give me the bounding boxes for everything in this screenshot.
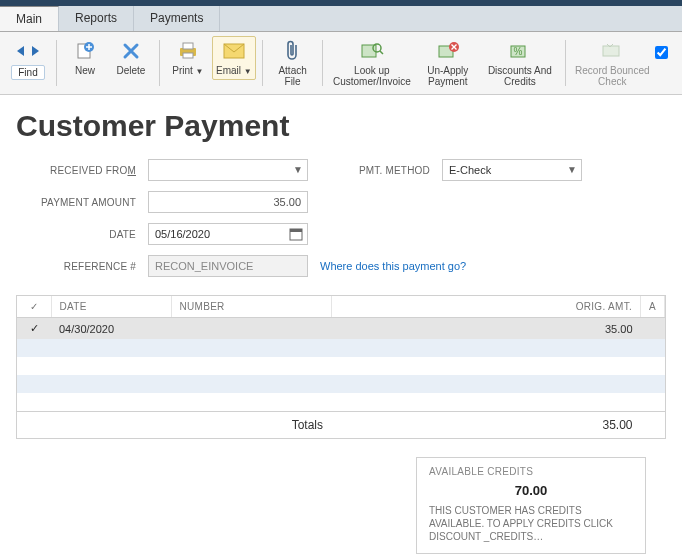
toolbar-divider: [159, 40, 160, 86]
col-a[interactable]: A: [641, 296, 665, 318]
nav-arrows-icon: [15, 45, 41, 57]
invoice-table: ✓ DATE NUMBER ORIG. AMT. A ✓ 04/30/2020 …: [16, 295, 666, 439]
unapply-payment-button[interactable]: Un-Apply Payment: [416, 36, 479, 90]
email-button[interactable]: Email ▼: [212, 36, 256, 80]
attach-file-button[interactable]: Attach File: [269, 36, 317, 90]
toolbar-divider: [262, 40, 263, 86]
dropdown-icon: ▼: [567, 164, 577, 175]
discounts-label: Discounts And Credits: [484, 65, 556, 87]
date-label: DATE: [16, 229, 136, 240]
delete-button[interactable]: Delete: [109, 36, 153, 79]
lookup-customer-button[interactable]: Look up Customer/Invoice: [329, 36, 414, 90]
paperclip-icon: [285, 39, 301, 63]
lookup-icon: [360, 39, 384, 63]
delete-label: Delete: [116, 65, 145, 76]
table-row[interactable]: [17, 357, 665, 375]
row-number: [171, 318, 331, 340]
discount-icon: %: [509, 39, 531, 63]
col-number[interactable]: NUMBER: [171, 296, 331, 318]
dropdown-icon: ▼: [244, 67, 252, 76]
tab-reports[interactable]: Reports: [59, 6, 134, 31]
toolbar-divider: [322, 40, 323, 86]
totals-label: Totals: [17, 411, 331, 438]
pmt-method-value: E-Check: [449, 164, 491, 176]
discounts-credits-button[interactable]: % Discounts And Credits: [481, 36, 559, 90]
svg-marker-0: [17, 46, 24, 56]
col-check[interactable]: ✓: [17, 296, 51, 318]
print-button[interactable]: Print ▼: [166, 36, 210, 80]
tab-main[interactable]: Main: [0, 6, 59, 31]
col-orig-amt[interactable]: ORIG. AMT.: [331, 296, 641, 318]
svg-text:%: %: [513, 46, 522, 57]
where-payment-link[interactable]: Where does this payment go?: [320, 260, 466, 272]
calendar-icon: [289, 227, 303, 241]
new-label: New: [75, 65, 95, 76]
table-row[interactable]: [17, 393, 665, 411]
print-icon: [177, 39, 199, 63]
tab-payments[interactable]: Payments: [134, 6, 220, 31]
toolbar-checkbox[interactable]: [655, 46, 668, 59]
new-icon: [75, 39, 95, 63]
svg-rect-16: [290, 229, 302, 232]
totals-amount: 35.00: [331, 411, 641, 438]
row-orig-amt: 35.00: [331, 318, 641, 340]
received-from-field[interactable]: ▼: [148, 159, 308, 181]
toolbar-divider: [56, 40, 57, 86]
bounced-check-icon: [601, 39, 623, 63]
unapply-label: Un-Apply Payment: [420, 65, 476, 87]
svg-rect-5: [183, 43, 193, 49]
credits-note: THIS CUSTOMER HAS CREDITS AVAILABLE. TO …: [429, 504, 633, 543]
date-field[interactable]: 05/16/2020: [148, 223, 308, 245]
find-button[interactable]: Find: [6, 36, 50, 83]
dropdown-icon: ▼: [196, 67, 204, 76]
totals-row: Totals 35.00: [17, 411, 665, 438]
row-check[interactable]: ✓: [17, 318, 51, 340]
new-button[interactable]: New: [63, 36, 107, 79]
attach-label: Attach File: [273, 65, 313, 87]
record-bounced-check-button[interactable]: Record Bounced Check: [572, 36, 653, 90]
toolbar: Find New Delete Print ▼ Email ▼ Attach F…: [0, 32, 682, 95]
reference-field[interactable]: RECON_EINVOICE: [148, 255, 308, 277]
payment-amount-field[interactable]: 35.00: [148, 191, 308, 213]
reference-label: REFERENCE #: [16, 261, 136, 272]
unapply-icon: [437, 39, 459, 63]
date-value: 05/16/2020: [155, 228, 210, 240]
payment-amount-value: 35.00: [273, 196, 301, 208]
reference-placeholder: RECON_EINVOICE: [155, 260, 253, 272]
lookup-label: Look up Customer/Invoice: [332, 65, 412, 87]
table-row[interactable]: ✓ 04/30/2020 35.00: [17, 318, 665, 340]
find-label: Find: [11, 65, 44, 80]
available-credits-box: AVAILABLE CREDITS 70.00 THIS CUSTOMER HA…: [416, 457, 646, 554]
email-label: Email ▼: [216, 65, 252, 77]
toolbar-divider: [565, 40, 566, 86]
svg-rect-14: [603, 46, 619, 56]
record-label: Record Bounced Check: [574, 65, 650, 87]
pmt-method-field[interactable]: E-Check ▼: [442, 159, 582, 181]
payment-form: RECEIVED FROM ▼ PMT. METHOD E-Check ▼ PA…: [16, 159, 666, 277]
col-date[interactable]: DATE: [51, 296, 171, 318]
delete-icon: [121, 39, 141, 63]
row-date: 04/30/2020: [51, 318, 171, 340]
credits-amount: 70.00: [429, 483, 633, 498]
credits-title: AVAILABLE CREDITS: [429, 466, 633, 477]
print-label: Print ▼: [172, 65, 203, 77]
content-area: Customer Payment RECEIVED FROM ▼ PMT. ME…: [0, 95, 682, 557]
pmt-method-label: PMT. METHOD: [320, 165, 430, 176]
tab-bar: Main Reports Payments: [0, 6, 682, 32]
dropdown-icon: ▼: [293, 164, 303, 175]
svg-marker-1: [32, 46, 39, 56]
table-row[interactable]: [17, 375, 665, 393]
email-icon: [223, 39, 245, 63]
svg-rect-6: [183, 53, 193, 58]
page-title: Customer Payment: [16, 109, 666, 143]
received-from-label: RECEIVED FROM: [16, 165, 136, 176]
table-row[interactable]: [17, 339, 665, 357]
payment-amount-label: PAYMENT AMOUNT: [16, 197, 136, 208]
